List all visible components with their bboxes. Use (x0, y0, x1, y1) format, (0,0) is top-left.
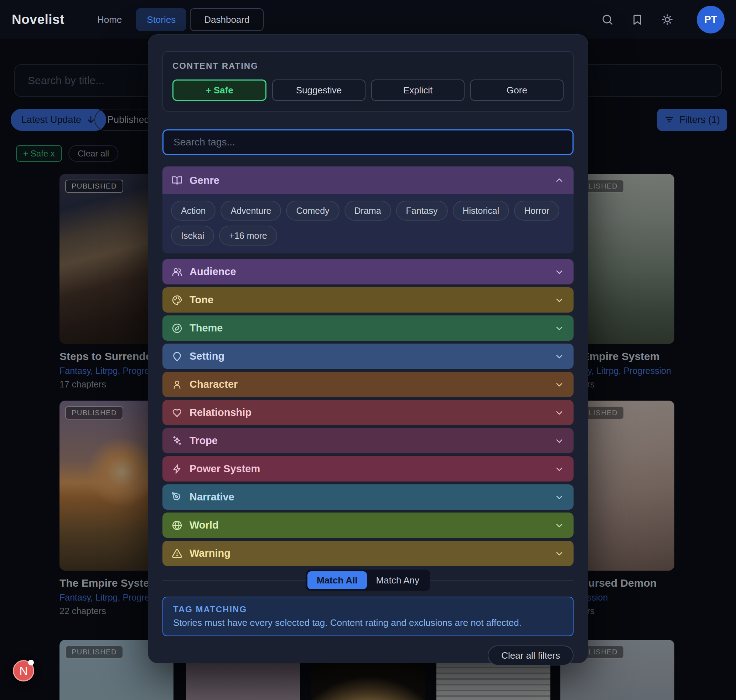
nav-item-home[interactable]: Home (97, 14, 122, 25)
nav-item-stories[interactable]: Stories (136, 8, 186, 31)
warning-triangle-icon (172, 548, 182, 559)
chevron-down-icon (554, 464, 564, 474)
nav-left: Novelist Home Stories Dashboard (12, 0, 264, 39)
category-label: Character (190, 378, 238, 390)
genre-tag-historical[interactable]: Historical (453, 201, 510, 221)
category-power-system-header[interactable]: Power System (162, 456, 574, 481)
chevron-down-icon (554, 267, 564, 277)
status-badge: PUBLISHED (65, 179, 123, 193)
sparkles-icon (172, 435, 182, 446)
genre-tag-horror[interactable]: Horror (514, 201, 559, 221)
nav-item-dashboard[interactable]: Dashboard (190, 8, 264, 31)
chevron-down-icon (554, 492, 564, 502)
tag-search-input[interactable] (162, 129, 574, 155)
rating-safe-button[interactable]: + Safe (172, 79, 266, 101)
category-label: Power System (190, 463, 260, 475)
match-mode-toggle: Match All Match Any (306, 569, 430, 591)
notification-dot (28, 660, 34, 665)
genre-tag-comedy[interactable]: Comedy (286, 201, 339, 221)
genre-tag-list: Action Adventure Comedy Drama Fantasy Hi… (162, 194, 574, 253)
chevron-down-icon (554, 408, 564, 418)
match-mode-row: Match All Match Any (162, 569, 574, 591)
bookmark-icon[interactable] (631, 13, 643, 26)
rating-gore-button[interactable]: Gore (470, 79, 564, 101)
leaf-circle-icon (172, 323, 182, 334)
book-open-icon (172, 175, 182, 186)
chevron-down-icon (554, 351, 564, 362)
nav-right: PT (601, 0, 724, 39)
app-logo: Novelist (12, 12, 65, 27)
category-character-header[interactable]: Character (162, 372, 574, 397)
content-rating-section: CONTENT RATING + Safe Suggestive Explici… (162, 51, 574, 112)
chevron-down-icon (554, 295, 564, 305)
novelist-fab-button[interactable]: N (13, 660, 34, 681)
status-badge: PUBLISHED (65, 406, 123, 419)
fab-label: N (19, 664, 28, 678)
chevron-down-icon (554, 379, 564, 390)
filters-button[interactable]: Filters (1) (657, 109, 727, 131)
rating-explicit-button[interactable]: Explicit (371, 79, 464, 101)
category-trope-header[interactable]: Trope (162, 428, 574, 453)
map-pin-icon (172, 351, 182, 362)
category-label: Setting (190, 350, 225, 362)
sort-published-label: Published (107, 115, 150, 125)
category-label: Genre (190, 175, 219, 187)
sort-latest-update-button[interactable]: Latest Update (11, 109, 106, 131)
genre-tag-adventure[interactable]: Adventure (220, 201, 281, 221)
globe-icon (172, 520, 182, 531)
sort-latest-label: Latest Update (21, 115, 81, 125)
tag-matching-info: TAG MATCHING Stories must have every sel… (162, 597, 574, 636)
content-rating-options: + Safe Suggestive Explicit Gore (172, 79, 564, 101)
filters-label: Filters (1) (679, 115, 720, 125)
match-any-option[interactable]: Match Any (367, 571, 429, 589)
category-setting-header[interactable]: Setting (162, 344, 574, 369)
genre-tag-isekai[interactable]: Isekai (171, 226, 214, 246)
chevron-up-icon (554, 175, 564, 185)
filters-modal: CONTENT RATING + Safe Suggestive Explici… (148, 34, 588, 663)
category-genre-section: Genre Action Adventure Comedy Drama Fant… (162, 166, 574, 253)
chevron-down-icon (554, 521, 564, 530)
lightning-icon (172, 464, 182, 474)
navbar: Novelist Home Stories Dashboard PT (0, 0, 736, 39)
category-relationship-header[interactable]: Relationship (162, 400, 574, 425)
user-avatar[interactable]: PT (697, 6, 724, 34)
palette-icon (172, 295, 182, 306)
clear-all-chips-button[interactable]: Clear all (68, 145, 118, 162)
filter-icon (664, 115, 674, 125)
category-label: Warning (190, 547, 231, 559)
pen-nib-icon (172, 492, 182, 503)
genre-tag-more[interactable]: +16 more (219, 226, 277, 246)
active-filter-chip-safe[interactable]: + Safe x (16, 145, 62, 162)
chevron-down-icon (554, 549, 564, 559)
category-label: Narrative (190, 491, 234, 503)
clear-all-filters-button[interactable]: Clear all filters (488, 646, 574, 665)
tag-matching-description: Stories must have every selected tag. Co… (173, 617, 563, 628)
tag-matching-title: TAG MATCHING (173, 604, 563, 615)
theme-sun-icon[interactable] (661, 13, 673, 26)
heart-icon (172, 407, 182, 418)
category-label: Relationship (190, 407, 251, 418)
category-label: World (190, 519, 219, 531)
category-label: Audience (190, 266, 236, 278)
category-label: Trope (190, 435, 217, 447)
match-all-option[interactable]: Match All (307, 571, 367, 589)
category-warning-header[interactable]: Warning (162, 541, 574, 566)
rating-suggestive-button[interactable]: Suggestive (272, 79, 366, 101)
genre-tag-action[interactable]: Action (171, 201, 216, 221)
users-icon (172, 266, 182, 277)
category-world-header[interactable]: World (162, 513, 574, 538)
content-rating-title: CONTENT RATING (172, 61, 564, 71)
category-theme-header[interactable]: Theme (162, 315, 574, 341)
category-tone-header[interactable]: Tone (162, 287, 574, 313)
user-icon (172, 379, 182, 390)
chevron-down-icon (554, 436, 564, 446)
category-audience-header[interactable]: Audience (162, 259, 574, 284)
category-label: Tone (190, 294, 213, 306)
category-genre-header[interactable]: Genre (162, 166, 574, 194)
category-label: Theme (190, 322, 223, 334)
genre-tag-fantasy[interactable]: Fantasy (396, 201, 448, 221)
search-icon[interactable] (601, 13, 613, 26)
genre-tag-drama[interactable]: Drama (344, 201, 391, 221)
category-narrative-header[interactable]: Narrative (162, 484, 574, 510)
status-badge: PUBLISHED (65, 646, 123, 659)
